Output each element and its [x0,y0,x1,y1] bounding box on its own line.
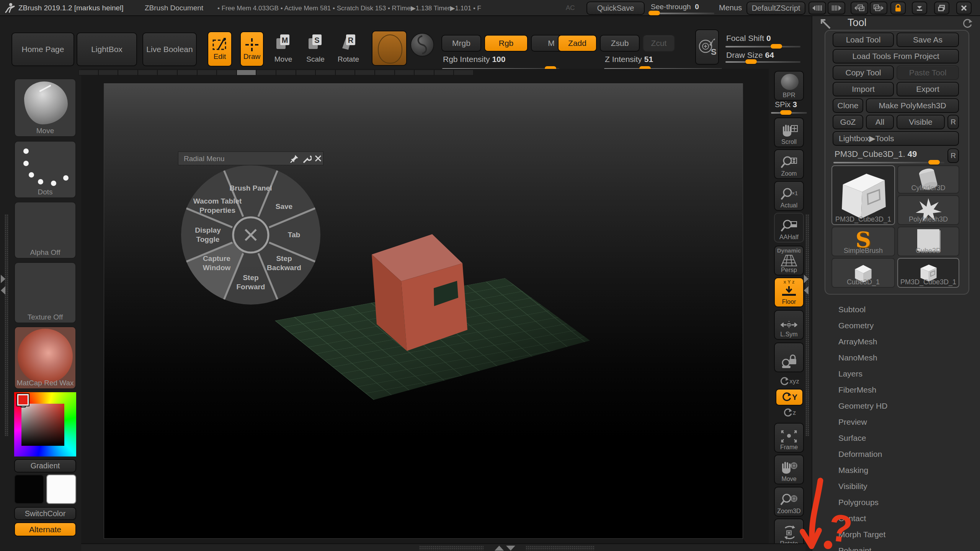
tool-thumb-pm3d-cube-large[interactable]: PM3D_Cube3D_1 [831,165,895,225]
bpr-button[interactable]: BPR [774,71,804,101]
radial-item-capture-window[interactable]: Capture Window [194,254,240,272]
left-divider-open-icon[interactable] [1,275,5,283]
scroll-button[interactable]: Scroll [774,117,804,147]
zsub-button[interactable]: Zsub [600,35,640,52]
make-polymesh3d-button[interactable]: Make PolyMesh3D [866,98,959,113]
live-boolean-button[interactable]: Live Boolean [142,33,197,66]
edit-button[interactable]: Edit [207,31,232,67]
collapse-right-tray-button[interactable] [828,2,845,15]
right-tray-divider[interactable] [805,214,809,436]
material-preview-sphere[interactable] [410,33,434,57]
prev-document-button[interactable] [851,2,868,15]
close-button[interactable] [956,2,972,15]
pin-icon[interactable] [289,154,299,164]
tool-thumb-polymesh3d[interactable]: PolyMesh3D [897,195,959,225]
section-preview[interactable]: Preview [812,414,980,430]
minimize-button[interactable] [912,2,927,15]
restore-button[interactable] [934,2,949,15]
zoom3d-button[interactable]: Zoom3D [774,487,804,517]
alpha-selector[interactable]: Alpha Off [14,202,76,259]
active-tool-r-button[interactable]: R [947,148,959,163]
section-polygroups[interactable]: Polygroups [812,494,980,510]
section-fibermesh[interactable]: FiberMesh [812,382,980,398]
move3d-button[interactable]: Move [774,455,804,484]
radial-item-brush-panel[interactable]: Brush Panel [220,184,281,193]
menus-button[interactable]: Menus [719,3,742,12]
section-nanomesh[interactable]: NanoMesh [812,350,980,366]
focal-shift-slider[interactable] [725,46,800,47]
zadd-button[interactable]: Zadd [558,35,597,52]
see-through-slider[interactable] [648,13,714,14]
floor-button[interactable]: x Y z Floor [774,277,804,307]
timeline-cursor[interactable] [237,70,256,75]
lightbox-tools-button[interactable]: Lightbox▶Tools [833,131,959,146]
draw-button[interactable]: Draw [240,31,264,67]
radial-item-tab[interactable]: Tab [263,230,325,240]
see-through-slider-handle[interactable] [648,11,660,15]
radial-item-display-toggle[interactable]: Display Toggle [187,226,229,244]
copy-tool-button[interactable]: Copy Tool [833,65,894,80]
sv-square[interactable] [21,404,64,446]
lock-button[interactable] [890,2,906,15]
refresh-icon[interactable] [962,18,973,29]
quicksave-button[interactable]: QuickSave [586,2,645,15]
spix-slider[interactable] [771,112,807,114]
texture-selector[interactable]: Texture Off [14,262,76,323]
radial-item-save[interactable]: Save [253,202,315,211]
actual-button[interactable]: ×1 Actual [774,181,804,211]
section-morph-target[interactable]: Morph Target [812,527,980,543]
lsym-button[interactable]: L.Sym [774,310,804,340]
tray-back-arrow-icon[interactable] [819,18,832,31]
section-contact[interactable]: Contact [812,510,980,527]
home-page-button[interactable]: Home Page [11,33,74,66]
zoom-button[interactable]: Zoom [774,149,804,179]
bottom-divider-open-icon[interactable] [495,546,504,551]
goz-r-button[interactable]: R [947,115,959,129]
timeline[interactable] [78,70,474,75]
section-geometry-hd[interactable]: Geometry HD [812,398,980,414]
rgb-button[interactable]: Rgb [484,35,528,52]
local-transform-button[interactable] [774,342,804,372]
alternate-button[interactable]: Alternate [14,522,76,536]
section-layers[interactable]: Layers [812,366,980,382]
active-tool-slider-handle[interactable] [928,160,940,165]
secondary-color-swatch[interactable] [46,474,76,504]
collapse-left-tray-button[interactable] [808,2,826,15]
tool-thumb-simplebrush[interactable]: S SimpleBrush [831,227,895,256]
lightbox-button[interactable]: LightBox [77,33,137,66]
stroke-picker-button[interactable]: S [695,29,719,65]
tool-thumb-cube3d[interactable]: Cube3D [897,227,959,256]
goz-visible-button[interactable]: Visible [897,115,945,129]
gz-toggle[interactable]: z [776,408,803,418]
right-divider-open-icon[interactable] [804,275,808,283]
radial-menu-titlebar[interactable]: Radial Menu [178,152,323,165]
gradient-button[interactable]: Gradient [14,459,76,473]
tool-thumb-cube3d-1[interactable]: Cube3D_1 [831,258,895,288]
focal-shift-handle[interactable] [771,44,782,49]
section-visibility[interactable]: Visibility [812,478,980,494]
clone-button[interactable]: Clone [833,98,863,113]
section-geometry[interactable]: Geometry [812,318,980,334]
section-polypaint[interactable]: Polypaint [812,543,980,551]
main-color-swatch[interactable] [14,474,44,504]
save-as-button[interactable]: Save As [897,33,959,47]
stroke-selector[interactable]: Dots [14,141,76,198]
frame-button[interactable]: Frame [774,423,804,453]
left-divider-close-icon[interactable] [1,286,5,295]
section-subtool[interactable]: Subtool [812,302,980,318]
right-divider-close-icon[interactable] [804,286,808,295]
zscript-button[interactable]: DefaultZScript [746,2,805,15]
scale-mode-button[interactable]: S Scale [304,33,327,67]
section-surface[interactable]: Surface [812,430,980,446]
load-tool-button[interactable]: Load Tool [833,33,894,47]
bottom-divider-close-icon[interactable] [506,546,515,551]
spix-handle[interactable] [780,110,792,115]
radial-close-icon[interactable] [314,154,322,163]
section-masking[interactable]: Masking [812,462,980,478]
color-picker[interactable] [14,392,76,456]
export-button[interactable]: Export [897,82,959,96]
switchcolor-button[interactable]: SwitchColor [14,507,76,520]
goz-button[interactable]: GoZ [833,115,863,129]
next-document-button[interactable] [870,2,887,15]
draw-size-handle[interactable] [745,59,757,64]
